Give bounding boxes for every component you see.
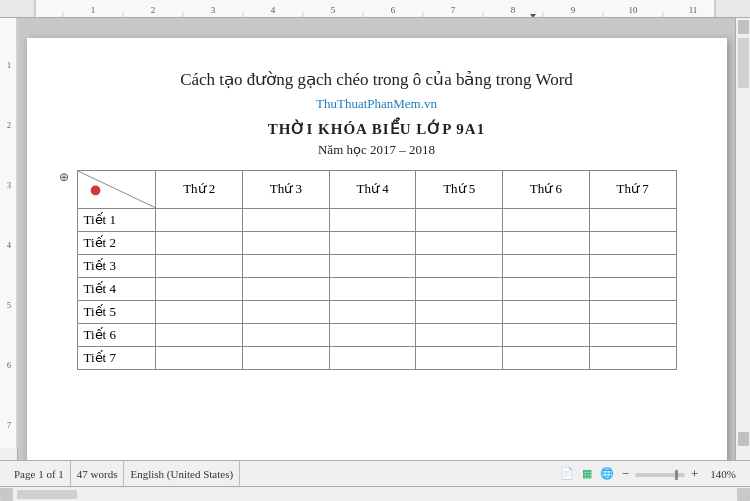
header-thu2: Thứ 2 [156,170,243,208]
cell-4-6[interactable] [503,277,590,300]
table-row: Tiết 3 [77,254,676,277]
word-count: 47 words [77,468,118,480]
zoom-plus-button[interactable]: + [691,466,698,482]
cell-2-7[interactable] [589,231,676,254]
school-year: Năm học 2017 – 2018 [77,142,677,158]
cell-3-4[interactable] [329,254,416,277]
cell-5-7[interactable] [589,300,676,323]
scrollbar-svg [736,18,751,448]
horizontal-scrollbar[interactable] [0,486,750,501]
website-link[interactable]: ThuThuatPhanMem.vn [316,96,437,111]
svg-text:5: 5 [7,301,11,310]
ruler-svg: 1 2 3 4 5 6 7 8 9 10 11 [0,0,750,17]
page-title: Cách tạo đường gạch chéo trong ô của bản… [77,68,677,92]
ruler-top: 1 2 3 4 5 6 7 8 9 10 11 [0,0,750,18]
cell-6-5[interactable] [416,323,503,346]
zoom-level-section[interactable]: 140% [704,468,742,480]
cell-7-5[interactable] [416,346,503,369]
print-layout-icon[interactable]: ▦ [582,467,592,480]
svg-text:1: 1 [7,61,11,70]
cell-7-7[interactable] [589,346,676,369]
header-thu3: Thứ 3 [243,170,330,208]
svg-rect-1 [715,0,750,17]
read-mode-icon[interactable]: 📄 [560,467,574,480]
main-area: 1 2 3 4 5 6 7 Cách tạo đường gạch chéo t… [0,18,750,460]
svg-text:4: 4 [7,241,11,250]
cell-1-6[interactable] [503,208,590,231]
row-label-6: Tiết 6 [77,323,156,346]
status-bar: Page 1 of 1 47 words English (United Sta… [0,460,750,486]
cell-4-3[interactable] [243,277,330,300]
cell-2-5[interactable] [416,231,503,254]
hscrollbar-svg [0,487,750,502]
cell-6-7[interactable] [589,323,676,346]
cell-2-4[interactable] [329,231,416,254]
svg-text:2: 2 [151,5,156,15]
cell-4-7[interactable] [589,277,676,300]
svg-point-38 [90,185,100,195]
svg-text:5: 5 [331,5,336,15]
svg-rect-40 [738,20,749,34]
cell-1-7[interactable] [589,208,676,231]
content-area[interactable]: Cách tạo đường gạch chéo trong ô của bản… [18,18,735,460]
svg-rect-44 [0,488,13,501]
table-row: Tiết 4 [77,277,676,300]
svg-line-37 [78,171,156,208]
cell-1-4[interactable] [329,208,416,231]
cell-2-3[interactable] [243,231,330,254]
vertical-scrollbar[interactable] [735,18,750,460]
cell-6-6[interactable] [503,323,590,346]
cell-7-6[interactable] [503,346,590,369]
ruler-inner: 1 2 3 4 5 6 7 8 9 10 11 [0,0,750,17]
cell-2-2[interactable] [156,231,243,254]
page-status: Page 1 of 1 [8,461,71,486]
cell-4-4[interactable] [329,277,416,300]
zoom-slider[interactable] [635,473,685,477]
svg-text:3: 3 [211,5,216,15]
svg-rect-0 [0,0,35,17]
cell-5-3[interactable] [243,300,330,323]
svg-text:2: 2 [7,121,11,130]
cell-6-2[interactable] [156,323,243,346]
cell-5-4[interactable] [329,300,416,323]
language-section[interactable]: English (United States) [124,461,240,486]
cell-7-2[interactable] [156,346,243,369]
web-layout-icon[interactable]: 🌐 [600,467,614,480]
svg-rect-28 [0,18,18,448]
cell-7-4[interactable] [329,346,416,369]
svg-text:7: 7 [7,421,11,430]
table-row: Tiết 7 [77,346,676,369]
row-label-7: Tiết 7 [77,346,156,369]
header-thu5: Thứ 5 [416,170,503,208]
cell-4-2[interactable] [156,277,243,300]
svg-text:3: 3 [7,181,11,190]
table-row: Tiết 2 [77,231,676,254]
cell-3-2[interactable] [156,254,243,277]
cell-6-4[interactable] [329,323,416,346]
cell-3-7[interactable] [589,254,676,277]
cell-1-2[interactable] [156,208,243,231]
cell-2-6[interactable] [503,231,590,254]
language-label: English (United States) [130,468,233,480]
cell-5-2[interactable] [156,300,243,323]
zoom-minus-button[interactable]: − [622,466,629,482]
cell-1-5[interactable] [416,208,503,231]
cell-5-5[interactable] [416,300,503,323]
subtitle-link[interactable]: ThuThuatPhanMem.vn [77,96,677,112]
cell-3-5[interactable] [416,254,503,277]
ruler-left-svg: 1 2 3 4 5 6 7 [0,18,18,448]
cell-7-3[interactable] [243,346,330,369]
cell-4-5[interactable] [416,277,503,300]
table-row: Tiết 1 [77,208,676,231]
cell-5-6[interactable] [503,300,590,323]
row-label-4: Tiết 4 [77,277,156,300]
table-add-icon[interactable]: ⊕ [59,170,69,185]
cell-1-3[interactable] [243,208,330,231]
cell-6-3[interactable] [243,323,330,346]
zoom-level: 140% [710,468,736,480]
cell-3-3[interactable] [243,254,330,277]
table-row: Tiết 5 [77,300,676,323]
svg-rect-46 [737,488,750,501]
cell-3-6[interactable] [503,254,590,277]
svg-text:11: 11 [689,5,698,15]
